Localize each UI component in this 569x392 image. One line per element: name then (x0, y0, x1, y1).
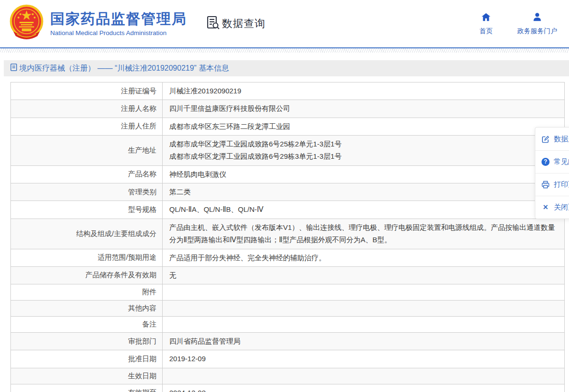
row-label: 注册证编号 (11, 82, 163, 100)
table-row: 注册人住所 成都市成华区东三环路二段龙潭工业园 (11, 118, 564, 136)
row-label: 其他内容 (11, 301, 163, 316)
row-label: 产品储存条件及有效期 (11, 267, 163, 284)
row-label: 生效日期 (11, 368, 163, 384)
row-label: 批准日期 (11, 350, 163, 367)
row-value: 川械注准20192090219 (163, 82, 564, 100)
row-value: 产品由主机、嵌入式软件（发布版本V1）、输出连接线、理疗电极、理疗电极固定装置和… (163, 219, 564, 249)
row-value: 2024-12-08 (163, 384, 564, 392)
row-value: 第二类 (163, 183, 564, 201)
printer-icon (541, 180, 550, 189)
site-header: 国家药品监督管理局 National Medical Products Admi… (0, 0, 569, 47)
table-row: 生效日期 (11, 368, 564, 384)
national-emblem-icon (8, 4, 46, 44)
table-row: 有效期至 2024-12-08 (11, 384, 564, 392)
row-label: 产品名称 (11, 166, 163, 183)
document-search-icon (207, 16, 220, 32)
panel-item-print[interactable]: 打印页面 (535, 173, 569, 196)
row-label: 附件 (11, 284, 163, 300)
row-value: 成都市成华区东三环路二段龙潭工业园 (163, 118, 564, 135)
floating-tools-panel: 数据反馈 ? 常见问题 打印页面 × 关闭页面 (535, 127, 569, 219)
panel-item-label: 常见问题 (554, 157, 569, 166)
row-value: 无 (163, 267, 564, 284)
row-value: 产品适用于部分失神经、完全失神经的辅助治疗。 (163, 249, 564, 266)
row-value (163, 284, 564, 300)
table-row: 结构及组成/主要组成成分 产品由主机、嵌入式软件（发布版本V1）、输出连接线、理… (11, 219, 564, 249)
row-value: QL/N-ⅡA、QL/N-ⅡB、QL/N-Ⅳ (163, 201, 564, 218)
row-value: 成都市成华区龙潭工业园成致路6号25栋2单元1-3层1号 成都市成华区龙潭工业园… (163, 136, 564, 165)
page-icon (10, 64, 17, 73)
user-icon (532, 12, 542, 24)
table-row: 适用范围/预期用途 产品适用于部分失神经、完全失神经的辅助治疗。 (11, 249, 564, 267)
panel-item-feedback[interactable]: 数据反馈 (535, 128, 569, 150)
row-value (163, 301, 564, 316)
page-title: 境内医疗器械（注册） —— “川械注准20192090219” 基本信息 (19, 64, 229, 73)
brand-title-en: National Medical Products Administration (50, 29, 187, 36)
data-query-tab[interactable]: 数据查询 (207, 16, 266, 32)
table-row: 审批部门 四川省药品监督管理局 (11, 333, 564, 350)
panel-item-close[interactable]: × 关闭页面 (535, 196, 569, 219)
table-row: 附件 (11, 284, 564, 301)
row-value (163, 368, 564, 384)
nmpa-logo-link[interactable]: 国家药品监督管理局 National Medical Products Admi… (8, 4, 187, 44)
table-row: 其他内容 (11, 301, 564, 317)
edit-icon (541, 135, 550, 144)
nav-item-portal[interactable]: 政务服务门户 (517, 12, 557, 36)
row-value (163, 317, 564, 332)
row-label: 管理类别 (11, 183, 163, 201)
table-row: 管理类别 第二类 (11, 183, 564, 201)
row-label: 适用范围/预期用途 (11, 249, 163, 266)
row-value: 神经肌肉电刺激仪 (163, 166, 564, 183)
panel-item-faq[interactable]: ? 常见问题 (535, 150, 569, 173)
table-row: 注册证编号 川械注准20192090219 (11, 82, 564, 100)
table-row: 产品储存条件及有效期 无 (11, 267, 564, 284)
table-row: 批准日期 2019-12-09 (11, 350, 564, 368)
nav-home-label: 首页 (479, 27, 493, 36)
row-label: 生产地址 (11, 136, 163, 165)
table-row: 型号规格 QL/N-ⅡA、QL/N-ⅡB、QL/N-Ⅳ (11, 201, 564, 219)
registration-detail-table: 注册证编号 川械注准20192090219 注册人名称 四川千里倍益康医疗科技股… (10, 82, 565, 392)
top-nav: 首页 政务服务门户 (479, 12, 557, 36)
row-label: 注册人住所 (11, 118, 163, 135)
hatch-strip (0, 48, 569, 53)
page-title-bar: 境内医疗器械（注册） —— “川械注准20192090219” 基本信息 (4, 60, 569, 76)
panel-item-label: 数据反馈 (554, 135, 569, 144)
row-value: 2019-12-09 (163, 350, 564, 367)
row-label: 注册人名称 (11, 100, 163, 117)
row-label: 有效期至 (11, 384, 163, 392)
row-label: 型号规格 (11, 201, 163, 218)
panel-item-label: 打印页面 (554, 180, 569, 189)
table-row: 注册人名称 四川千里倍益康医疗科技股份有限公司 (11, 100, 564, 118)
row-value: 四川千里倍益康医疗科技股份有限公司 (163, 100, 564, 117)
nav-portal-label: 政务服务门户 (517, 27, 557, 36)
nav-item-home[interactable]: 首页 (479, 12, 493, 36)
row-value: 四川省药品监督管理局 (163, 333, 564, 350)
row-label: 备注 (11, 317, 163, 332)
data-query-label: 数据查询 (222, 17, 266, 31)
home-icon (481, 12, 491, 24)
table-row: 生产地址 成都市成华区龙潭工业园成致路6号25栋2单元1-3层1号 成都市成华区… (11, 136, 564, 166)
row-label: 结构及组成/主要组成成分 (11, 219, 163, 249)
table-row: 产品名称 神经肌肉电刺激仪 (11, 166, 564, 183)
panel-item-label: 关闭页面 (554, 203, 569, 212)
table-row: 备注 (11, 317, 564, 333)
question-icon: ? (541, 157, 550, 166)
close-icon: × (541, 203, 550, 212)
brand-text: 国家药品监督管理局 National Medical Products Admi… (50, 11, 187, 36)
row-label: 审批部门 (11, 333, 163, 350)
brand-title-cn: 国家药品监督管理局 (50, 11, 187, 27)
